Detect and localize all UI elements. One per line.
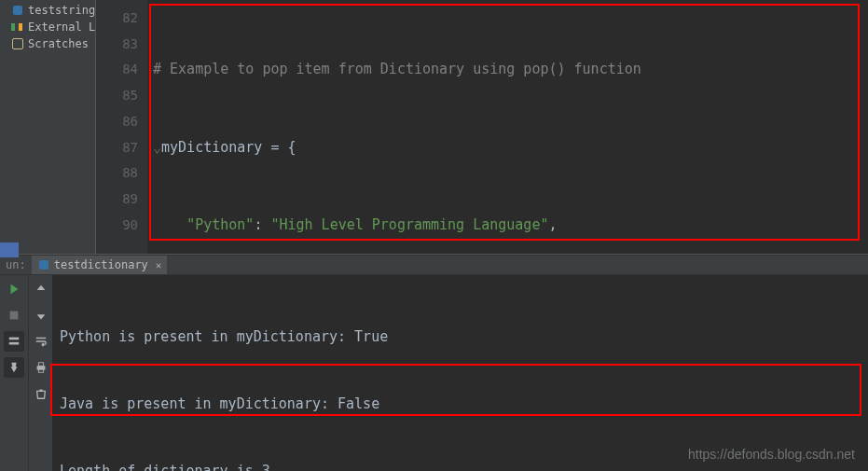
svg-rect-2 (9, 342, 20, 345)
code-line: "Python": "High Level Programming Langua… (153, 213, 868, 239)
down-icon[interactable] (31, 305, 51, 326)
editor-gutter[interactable]: 82 83 84 85 86 87 88 89 90 (95, 0, 147, 254)
tree-item-label: Scratches a (28, 37, 95, 50)
code-line: ⌄myDictionary = { (153, 135, 868, 161)
project-tree[interactable]: teststring External Lib Scratches a (0, 0, 95, 254)
line-number[interactable]: 85 (96, 83, 147, 109)
run-label: un: (0, 258, 32, 271)
code-line: # Example to pop item from Dictionary us… (153, 57, 868, 83)
line-number[interactable]: 84 (96, 57, 147, 83)
line-number[interactable]: 90 (96, 213, 147, 239)
line-number[interactable]: 86 (96, 109, 147, 135)
layout-button[interactable] (4, 331, 24, 352)
line-number[interactable]: 89 (96, 187, 147, 213)
tree-item-label: External Lib (28, 21, 95, 34)
tool-window-stripe[interactable] (0, 242, 19, 257)
tree-item-teststring[interactable]: teststring (0, 2, 95, 19)
watermark: https://defonds.blog.csdn.net (688, 447, 855, 462)
console-output[interactable]: Python is present in myDictionary: True … (52, 275, 868, 471)
tree-item-external-libraries[interactable]: External Lib (0, 19, 95, 35)
run-button[interactable] (4, 279, 24, 299)
run-toolwindow-header: un: testdictionary ✕ (0, 256, 868, 275)
line-number[interactable]: 82 (96, 6, 147, 32)
line-number[interactable]: 83 (96, 32, 147, 58)
up-icon[interactable] (31, 279, 51, 299)
tree-item-label: teststring (28, 4, 95, 17)
line-number[interactable]: 88 (96, 160, 147, 187)
print-icon[interactable] (31, 357, 51, 378)
python-file-icon (11, 4, 24, 17)
soft-wrap-icon[interactable] (31, 331, 51, 352)
clear-icon[interactable] (31, 383, 51, 404)
console-line: Python is present in myDictionary: True (60, 326, 861, 348)
external-libraries-icon (11, 21, 24, 34)
console-line: Java is present in myDictionary: False (60, 393, 861, 415)
svg-rect-0 (10, 312, 19, 320)
tree-item-scratches[interactable]: Scratches a (0, 35, 95, 52)
run-left-toolbar-2 (28, 275, 52, 471)
python-file-icon (37, 258, 50, 271)
code-editor[interactable]: # Example to pop item from Dictionary us… (147, 0, 868, 254)
run-tab[interactable]: testdictionary ✕ (32, 256, 168, 274)
run-tab-label: testdictionary (54, 258, 148, 271)
stop-button[interactable] (4, 305, 24, 326)
pin-button[interactable] (4, 357, 24, 378)
scratches-icon (11, 37, 24, 50)
svg-rect-4 (38, 363, 43, 367)
close-icon[interactable]: ✕ (156, 259, 162, 271)
line-number[interactable]: 87 (96, 135, 147, 161)
run-left-toolbar (0, 275, 28, 471)
svg-rect-1 (9, 338, 20, 340)
